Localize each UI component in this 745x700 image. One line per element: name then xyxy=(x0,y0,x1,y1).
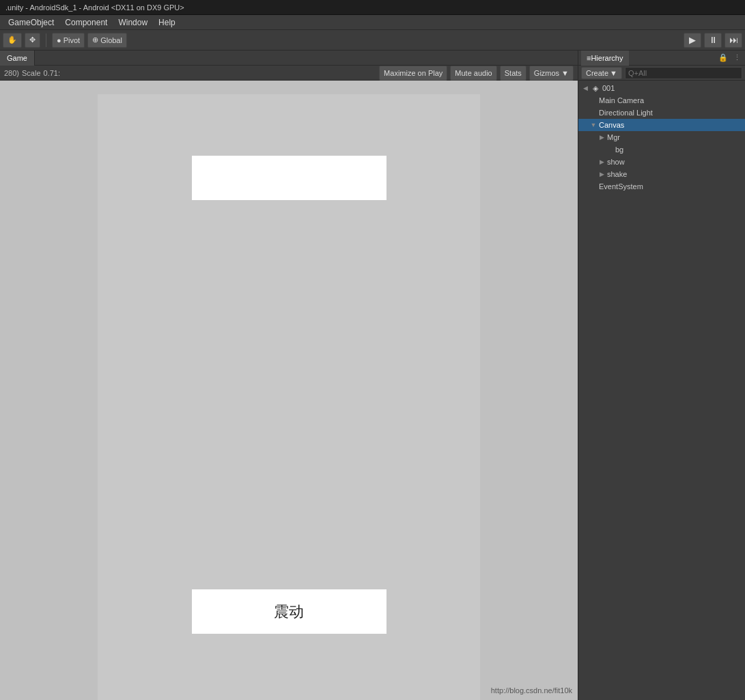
shake-button-label[interactable]: 震动 xyxy=(274,602,304,622)
menu-window[interactable]: Window xyxy=(113,16,153,29)
tree-arrow-mgr[interactable]: ▶ xyxy=(598,133,606,141)
scale-value: 0.71: xyxy=(44,69,60,77)
res-label: 280) xyxy=(4,69,19,77)
global-btn[interactable]: ⊕ Global xyxy=(87,33,127,48)
tree-label-eventsystem: EventSystem xyxy=(599,182,643,191)
hand-tool-btn[interactable]: ✋ xyxy=(3,33,22,48)
gizmos-label: Gizmos xyxy=(534,69,559,77)
bottom-white-box: 震动 xyxy=(192,589,386,634)
game-tab-bar: Game xyxy=(0,51,578,66)
pause-button[interactable]: ⏸ xyxy=(704,33,722,48)
toolbar-sep-1 xyxy=(46,33,46,47)
tree-label-shake: shake xyxy=(607,170,627,178)
create-arrow-icon: ▼ xyxy=(610,69,617,77)
tree-item-eventsystem[interactable]: ▶ EventSystem xyxy=(578,180,745,193)
create-label: Create xyxy=(586,69,608,77)
menu-bar: GameObject Component Window Help xyxy=(0,15,745,30)
pivot-label: Pivot xyxy=(64,36,80,44)
tree-label-directional-light: Directional Light xyxy=(599,109,653,117)
global-label: Global xyxy=(100,36,122,44)
tree-label-bg: bg xyxy=(615,145,623,154)
tree-label-001: 001 xyxy=(602,84,615,92)
tree-label-main-camera: Main Camera xyxy=(599,96,644,104)
top-white-box xyxy=(192,156,386,200)
tree-item-canvas[interactable]: ▼ Canvas xyxy=(578,119,745,131)
menu-help[interactable]: Help xyxy=(153,16,181,29)
tree-arrow-show[interactable]: ▶ xyxy=(598,158,606,166)
gizmos-btn[interactable]: Gizmos ▼ xyxy=(529,66,574,81)
move-tool-btn[interactable]: ✥ xyxy=(25,33,40,48)
tree-item-shake[interactable]: ▶ shake xyxy=(578,168,745,180)
lock-icon[interactable]: 🔒 xyxy=(718,53,729,64)
gizmos-arrow-icon: ▼ xyxy=(561,69,569,77)
tree-item-001[interactable]: ◀ ◈ 001 xyxy=(578,82,745,94)
panel-icons: 🔒 ⋮ xyxy=(718,53,742,64)
title-bar: .unity - AndroidSdk_1 - Android <DX11 on… xyxy=(0,0,745,15)
tree-label-mgr: Mgr xyxy=(607,133,620,141)
toolbar: ✋ ✥ ● Pivot ⊕ Global ▶ ⏸ ⏭ xyxy=(0,30,745,51)
play-button[interactable]: ▶ xyxy=(684,33,701,48)
tree-icon-001: ◈ xyxy=(591,83,600,93)
tree-item-bg[interactable]: ▶ bg xyxy=(578,143,745,156)
hierarchy-tab-label: Hierarchy xyxy=(591,54,623,62)
hierarchy-search-input[interactable] xyxy=(625,67,742,79)
hierarchy-toolbar: Create ▼ xyxy=(578,66,745,81)
maximize-on-play-btn[interactable]: Maximize on Play xyxy=(379,66,447,81)
hierarchy-tab[interactable]: ≡ Hierarchy xyxy=(581,51,629,66)
game-panel: Game 280) Scale 0.71: Maximize on Play M… xyxy=(0,51,578,700)
tree-arrow-001[interactable]: ◀ xyxy=(581,84,589,92)
hierarchy-panel: ≡ Hierarchy 🔒 ⋮ Create ▼ ◀ ◈ 001 xyxy=(578,51,745,700)
pivot-dot-icon: ● xyxy=(57,36,61,44)
scale-label: Scale xyxy=(22,69,41,77)
mute-audio-btn[interactable]: Mute audio xyxy=(450,66,496,81)
more-options-icon[interactable]: ⋮ xyxy=(731,53,742,64)
tree-item-mgr[interactable]: ▶ Mgr xyxy=(578,131,745,143)
tree-arrow-shake[interactable]: ▶ xyxy=(598,170,606,178)
game-tab[interactable]: Game xyxy=(0,51,35,66)
pivot-btn[interactable]: ● Pivot xyxy=(52,33,85,48)
tree-label-canvas: Canvas xyxy=(599,121,624,129)
phone-screen: 震动 xyxy=(98,94,480,700)
hierarchy-tab-bar: ≡ Hierarchy 🔒 ⋮ xyxy=(578,51,745,66)
watermark-text: http://blog.csdn.ne/fit10k xyxy=(491,686,572,695)
menu-gameobject[interactable]: GameObject xyxy=(3,16,59,29)
title-text: .unity - AndroidSdk_1 - Android <DX11 on… xyxy=(5,3,184,12)
global-icon: ⊕ xyxy=(92,36,98,44)
tree-label-show: show xyxy=(607,158,625,166)
create-button[interactable]: Create ▼ xyxy=(581,67,622,79)
game-viewport: 震动 http://blog.csdn.ne/fit10k xyxy=(0,81,578,700)
step-button[interactable]: ⏭ xyxy=(725,33,742,48)
tree-arrow-canvas[interactable]: ▼ xyxy=(589,121,598,129)
stats-btn[interactable]: Stats xyxy=(500,66,526,81)
menu-component[interactable]: Component xyxy=(59,16,113,29)
main-layout: Game 280) Scale 0.71: Maximize on Play M… xyxy=(0,51,745,700)
tree-item-directional-light[interactable]: ▶ Directional Light xyxy=(578,107,745,119)
hierarchy-tree: ◀ ◈ 001 ▶ Main Camera ▶ Directional Ligh… xyxy=(578,81,745,700)
game-controls-bar: 280) Scale 0.71: Maximize on Play Mute a… xyxy=(0,66,578,81)
tree-item-show[interactable]: ▶ show xyxy=(578,156,745,168)
tree-item-main-camera[interactable]: ▶ Main Camera xyxy=(578,94,745,107)
